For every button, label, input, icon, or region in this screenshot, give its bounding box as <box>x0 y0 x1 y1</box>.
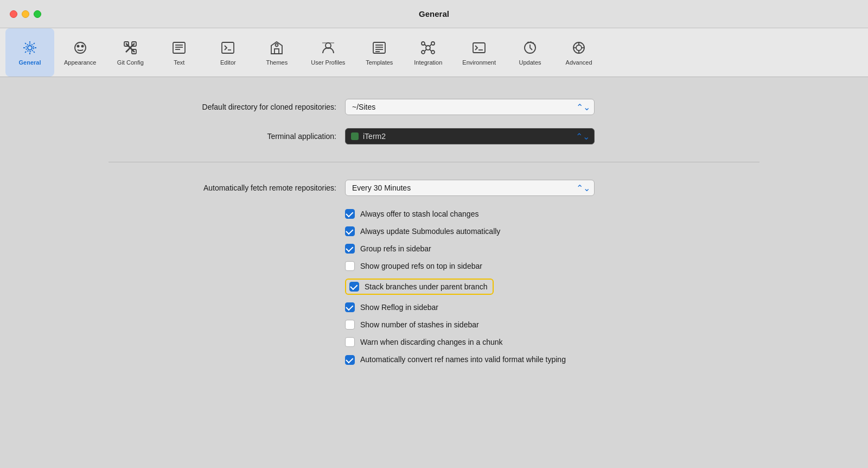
checkbox-submodules-label: Always update Submodules automatically <box>360 227 500 236</box>
svg-rect-12 <box>222 42 234 53</box>
settings-divider <box>108 162 760 162</box>
tab-appearance[interactable]: Appearance <box>54 28 106 77</box>
svg-rect-32 <box>473 43 485 53</box>
terminal-application-row: Terminal application: iTerm2 ⌃⌄ <box>108 128 760 144</box>
svg-point-36 <box>576 45 582 50</box>
svg-line-29 <box>430 45 431 46</box>
tab-environment-label: Environment <box>462 59 496 66</box>
checkbox-warn-discard-label: Warn when discarding changes in a chunk <box>360 338 503 346</box>
svg-point-4 <box>81 45 84 48</box>
main-content: Default directory for cloned repositorie… <box>0 77 868 468</box>
checkbox-auto-convert[interactable] <box>345 355 355 365</box>
title-bar: General <box>0 0 868 28</box>
window-title: General <box>419 9 449 18</box>
checkbox-row-stash: Always offer to stash local changes <box>345 209 760 219</box>
tab-user-profiles-label: User Profiles <box>311 59 345 66</box>
checkbox-row-auto-convert: Automatically convert ref names into val… <box>345 355 760 365</box>
svg-point-1 <box>26 44 34 52</box>
traffic-lights <box>10 10 41 18</box>
tab-updates-label: Updates <box>519 59 541 66</box>
user-profiles-icon <box>320 39 337 56</box>
text-icon <box>170 39 188 56</box>
checkbox-stack-branches[interactable] <box>349 282 359 292</box>
tab-editor-label: Editor <box>220 59 236 66</box>
default-directory-select[interactable]: ~/Sites <box>345 99 595 115</box>
svg-point-23 <box>426 46 430 50</box>
checkbox-row-stashes-count: Show number of stashes in sidebar <box>345 320 760 330</box>
maximize-button[interactable] <box>34 10 41 18</box>
svg-point-27 <box>431 50 435 54</box>
tab-templates[interactable]: Templates <box>355 28 404 77</box>
git-config-icon <box>122 39 139 56</box>
tab-text[interactable]: Text <box>155 28 203 77</box>
checkbox-auto-convert-label: Automatically convert ref names into val… <box>360 355 566 365</box>
tab-editor[interactable]: Editor <box>203 28 252 77</box>
default-directory-select-wrapper: ~/Sites ⌃⌄ <box>345 99 595 115</box>
checkbox-row-reflog: Show Reflog in sidebar <box>345 302 760 312</box>
checkbox-stash-label: Always offer to stash local changes <box>360 210 478 218</box>
svg-point-26 <box>422 50 425 54</box>
default-directory-row: Default directory for cloned repositorie… <box>108 99 760 115</box>
svg-point-3 <box>76 45 79 48</box>
tab-themes[interactable]: Themes <box>252 28 301 77</box>
templates-icon <box>371 39 388 56</box>
checkbox-grouped-refs-top-label: Show grouped refs on top in sidebar <box>360 262 482 270</box>
editor-icon <box>219 39 237 56</box>
checkbox-submodules[interactable] <box>345 226 355 236</box>
svg-line-30 <box>425 49 426 51</box>
terminal-application-select[interactable]: iTerm2 <box>363 132 575 141</box>
svg-rect-8 <box>173 42 185 53</box>
environment-icon <box>470 39 488 56</box>
checkbox-stash[interactable] <box>345 209 355 219</box>
tab-environment[interactable]: Environment <box>452 28 506 77</box>
tab-updates[interactable]: Updates <box>506 28 554 77</box>
terminal-application-label: Terminal application: <box>108 132 336 141</box>
tab-user-profiles[interactable]: User Profiles <box>301 28 355 77</box>
minimize-button[interactable] <box>22 10 29 18</box>
tab-appearance-label: Appearance <box>64 59 96 66</box>
appearance-icon <box>72 39 89 56</box>
default-directory-label: Default directory for cloned repositorie… <box>108 103 336 111</box>
tab-advanced[interactable]: Advanced <box>554 28 603 77</box>
svg-point-2 <box>75 42 86 53</box>
svg-point-15 <box>276 44 278 47</box>
checkbox-group-refs[interactable] <box>345 244 355 254</box>
terminal-application-select-wrapper: iTerm2 ⌃⌄ <box>345 128 595 144</box>
auto-fetch-select[interactable]: Never Every 5 Minutes Every 10 Minutes E… <box>345 180 595 196</box>
tab-themes-label: Themes <box>266 59 288 66</box>
checkbox-warn-discard[interactable] <box>345 337 355 347</box>
integration-icon <box>419 39 437 56</box>
terminal-select-arrow-icon: ⌃⌄ <box>576 131 590 142</box>
tab-integration-label: Integration <box>414 59 442 66</box>
checkbox-section: Always offer to stash local changes Alwa… <box>345 209 760 365</box>
checkbox-stashes-count-label: Show number of stashes in sidebar <box>360 320 479 329</box>
close-button[interactable] <box>10 10 17 18</box>
tab-git-config-label: Git Config <box>117 59 144 66</box>
checkbox-row-submodules: Always update Submodules automatically <box>345 226 760 236</box>
auto-fetch-row: Automatically fetch remote repositories:… <box>108 180 760 196</box>
auto-fetch-select-wrapper: Never Every 5 Minutes Every 10 Minutes E… <box>345 180 595 196</box>
checkbox-group-refs-label: Group refs in sidebar <box>360 244 431 253</box>
checkbox-grouped-refs-top[interactable] <box>345 261 355 271</box>
tab-general[interactable]: General <box>5 28 54 77</box>
checkbox-reflog[interactable] <box>345 302 355 312</box>
checkbox-row-group-refs: Group refs in sidebar <box>345 244 760 254</box>
gear-icon <box>21 39 39 56</box>
checkbox-row-grouped-refs-top: Show grouped refs on top in sidebar <box>345 261 760 271</box>
svg-point-24 <box>422 42 425 45</box>
tab-templates-label: Templates <box>366 59 393 66</box>
tab-text-label: Text <box>174 59 184 66</box>
svg-rect-14 <box>275 49 279 54</box>
tab-git-config[interactable]: Git Config <box>106 28 155 77</box>
checkbox-row-warn-discard: Warn when discarding changes in a chunk <box>345 337 760 347</box>
settings-grid: Default directory for cloned repositorie… <box>108 99 760 365</box>
checkbox-row-stack-branches: Stack branches under parent branch <box>345 279 760 295</box>
tab-general-label: General <box>19 59 41 66</box>
checkbox-stack-branches-label: Stack branches under parent branch <box>365 282 487 291</box>
svg-point-0 <box>28 46 32 50</box>
checkbox-reflog-label: Show Reflog in sidebar <box>360 303 438 312</box>
advanced-icon <box>570 39 588 56</box>
svg-point-25 <box>431 42 435 45</box>
checkbox-stashes-count[interactable] <box>345 320 355 330</box>
tab-integration[interactable]: Integration <box>404 28 452 77</box>
